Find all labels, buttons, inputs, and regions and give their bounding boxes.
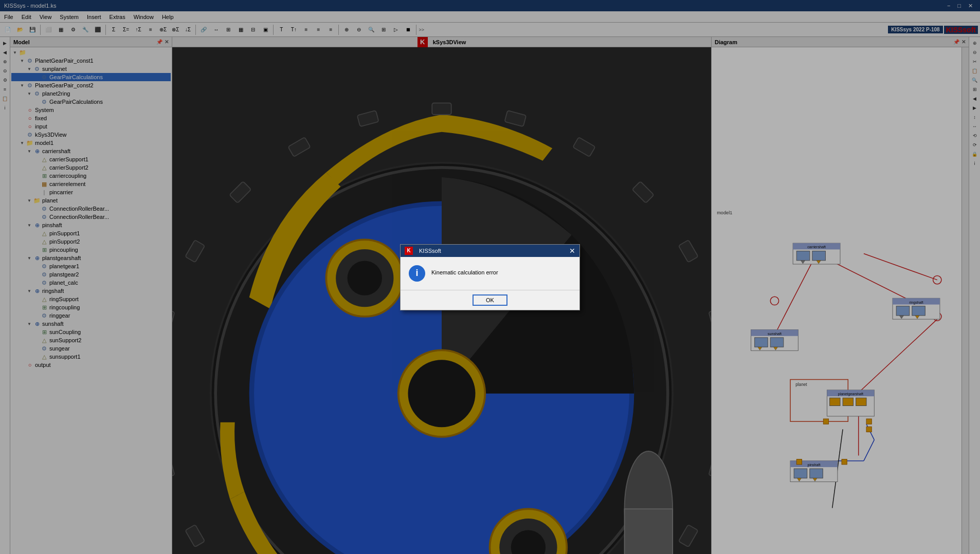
modal-body: i Kinematic calculation error [401,257,579,290]
modal-ok-button[interactable]: OK [473,294,507,306]
modal-close-button[interactable]: ✕ [569,247,575,255]
modal-overlay[interactable]: K KISSsoft ✕ i Kinematic calculation err… [0,0,980,554]
modal-message-text: Kinematic calculation error [431,265,498,277]
kisssoft-error-dialog: K KISSsoft ✕ i Kinematic calculation err… [400,244,580,310]
modal-k-logo: K [405,247,413,255]
modal-footer: OK [401,290,579,310]
modal-info-icon: i [409,265,425,282]
modal-title-bar: K KISSsoft ✕ [401,245,579,257]
modal-title-text: KISSsoft [419,248,441,254]
